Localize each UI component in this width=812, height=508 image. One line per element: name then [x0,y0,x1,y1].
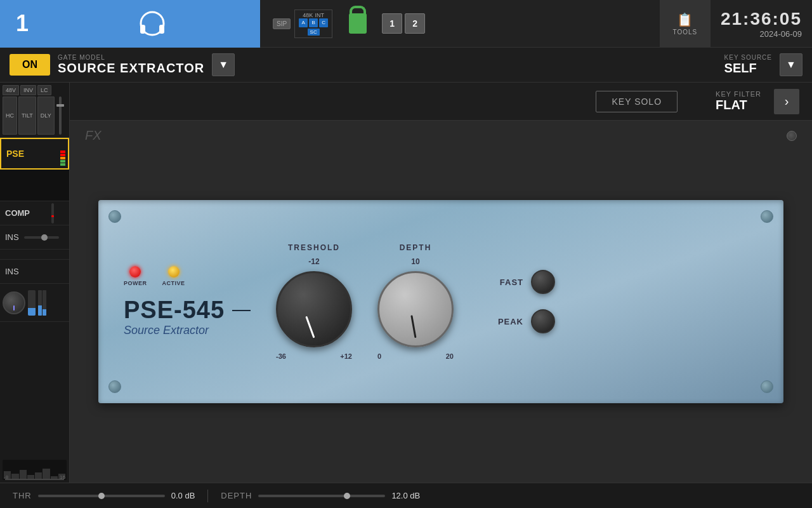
tools-area[interactable]: 📋 TOOLS [660,0,710,48]
key-filter-info: KEY FILTER FLAT [716,90,761,112]
device-name-block: PSE-545 Source Extractor [124,297,251,337]
comp-label: COMP [5,208,30,218]
sidebar-empty-2 [0,250,69,260]
sip-area: SIP 48K INT A B C SC [266,10,339,38]
device-subtitle: Source Extractor [124,324,251,337]
threshold-knob-section: TRESHOLD -12 -36 +12 [276,243,352,360]
channel-2-btn[interactable]: 2 [405,13,425,34]
buttons-right: FAST PEAK [492,270,555,333]
depth-value: 12.0 dB [391,491,420,500]
threshold-knob-indicator [305,316,315,338]
peak-button[interactable] [531,309,555,333]
depth-min: 0 [377,352,381,360]
depth-knob[interactable] [377,271,454,347]
key-source-dropdown[interactable]: ▼ [780,53,802,76]
pse-meter [60,142,65,166]
led-active [168,266,180,277]
gate-model-name: SOURCE EXTRACTOR [58,61,204,76]
gate-model-dropdown[interactable]: ▼ [212,53,235,76]
device-screw-bl [108,380,121,393]
sidebar-top-btns: 48V INV LC HC TILT DLY [0,83,69,138]
meter-seg-1 [60,150,65,153]
led-power-group: POWER [124,266,147,286]
device-leds: POWER ACTIVE [124,266,251,286]
btn-lc[interactable]: LC [37,85,51,95]
thr-slider-thumb [98,493,105,499]
led-active-group: ACTIVE [162,266,185,286]
ins2-button[interactable]: INS [0,260,69,284]
btn-48v[interactable]: 48V [3,85,19,95]
channel-icon-area [44,0,260,48]
ins1-button[interactable]: INS [0,225,69,250]
peak-label: PEAK [492,317,523,326]
gate-model-label: GATE MODEL [58,54,204,61]
bottom-bar: THR 0.0 dB DEPTH 12.0 dB [0,483,812,508]
abc-b: B [309,18,318,27]
threshold-values-row: -36 +12 [276,352,352,360]
device-name: PSE-545 [124,297,225,324]
time-area: 21:36:05 2024-06-09 [710,4,812,44]
knob-indicator [13,305,15,311]
thr-label: THR [13,491,32,500]
second-bar: ON GATE MODEL SOURCE EXTRACTOR ▼ KEY SOU… [0,48,812,83]
meter-seg-5 [60,163,65,166]
sidebar-level-indicator [28,290,36,316]
led-power [129,266,141,277]
threshold-min: -36 [276,352,286,360]
depth-label: DEPTH [400,243,432,252]
lock-icon-area [339,0,377,48]
gate-model-info: GATE MODEL SOURCE EXTRACTOR [58,54,204,76]
thr-slider[interactable] [38,495,165,497]
threshold-knob[interactable] [276,271,352,347]
comp-button[interactable]: COMP [0,201,69,225]
threshold-top-value: -12 [308,257,319,266]
thr-status-group: THR 0.0 dB [13,491,195,500]
key-filter-name: FLAT [716,98,761,112]
depth-status-group: DEPTH 12.0 dB [221,491,420,500]
pse-device: POWER ACTIVE PSE-545 Source Extractor [98,200,783,403]
btn-tilt[interactable]: TILT [18,97,36,135]
key-filter-next-btn[interactable]: › [774,89,799,114]
depth-max: 20 [446,352,454,360]
device-name-dash [232,310,251,311]
key-source-label: KEY SOURCE [724,54,772,61]
threshold-max: +12 [340,352,352,360]
device-screw-tl [108,210,121,223]
freq-badge: 48K INT A B C SC [294,10,332,38]
device-screw-br [761,380,773,393]
ins2-label: INS [5,267,19,276]
btn-dly[interactable]: DLY [37,97,55,135]
fx-label: FX [85,128,102,143]
meter-seg-4 [60,160,65,163]
key-filter-label: KEY FILTER [716,90,761,98]
time-display: 21:36:05 [721,9,802,29]
channels-area: 1 2 [377,13,430,34]
lock-icon [349,13,367,34]
on-button[interactable]: ON [10,54,50,76]
date-display: 2024-06-09 [721,29,802,39]
led-power-label: POWER [124,280,147,286]
channel-1-btn[interactable]: 1 [382,13,402,34]
depth-status-label: DEPTH [221,491,252,500]
tools-label: TOOLS [673,29,698,36]
key-solo-button[interactable]: KEY SOLO [596,91,678,112]
sidebar-knob[interactable] [3,291,25,314]
content-area: KEY SOLO KEY FILTER FLAT › FX [70,83,812,483]
depth-slider[interactable] [258,495,385,497]
key-source-name: SELF [724,61,772,76]
fx-panel: FX POWER ACTIVE [70,121,812,483]
device-screw-tr [761,210,773,223]
sidebar-bottom-meter: -8 16 [0,322,69,483]
fast-button[interactable] [531,270,555,294]
btn-inv[interactable]: INV [20,85,36,95]
sidebar-fader-1[interactable] [59,97,62,135]
depth-slider-thumb [344,493,350,499]
pse-button[interactable]: PSE [0,138,69,170]
depth-knob-indicator [410,315,416,338]
fx-screw-top-right [787,131,797,141]
empty-slot-1 [0,170,69,201]
thr-value: 0.0 dB [171,491,195,500]
int-label: INT [315,12,324,18]
btn-hc[interactable]: HC [3,97,17,135]
left-sidebar: 48V INV LC HC TILT DLY PSE [0,83,70,483]
